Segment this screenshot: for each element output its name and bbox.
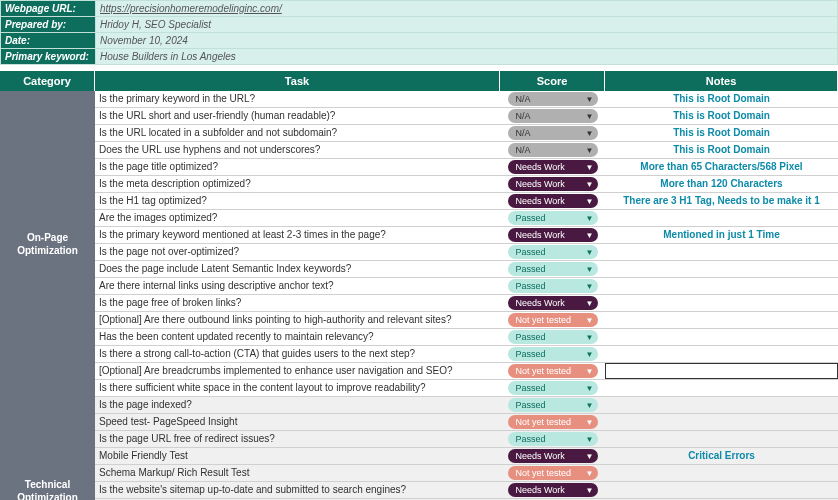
score-cell: Passed▼ — [500, 397, 605, 413]
header-category: Category — [0, 71, 95, 91]
score-label: Passed — [516, 213, 546, 223]
score-dropdown[interactable]: Passed▼ — [508, 347, 598, 361]
meta-table: Webpage URL: https://precisionhomeremode… — [0, 0, 838, 65]
notes-text — [605, 312, 838, 328]
score-cell: Passed▼ — [500, 278, 605, 294]
notes-text — [605, 414, 838, 430]
meta-url-value: https://precisionhomeremodelinginc.com/ — [96, 1, 838, 17]
section: On-PageOptimizationIs the primary keywor… — [0, 91, 838, 397]
table-row: [Optional] Are breadcrumbs implemented t… — [95, 363, 838, 380]
score-dropdown[interactable]: Passed▼ — [508, 398, 598, 412]
table-row: Speed test- PageSpeed InsightNot yet tes… — [95, 414, 838, 431]
score-dropdown[interactable]: Not yet tested▼ — [508, 313, 598, 327]
score-label: Needs Work — [516, 298, 565, 308]
score-dropdown[interactable]: Passed▼ — [508, 381, 598, 395]
chevron-down-icon: ▼ — [586, 180, 594, 189]
score-dropdown[interactable]: N/A▼ — [508, 92, 598, 106]
chevron-down-icon: ▼ — [586, 248, 594, 257]
score-cell: N/A▼ — [500, 142, 605, 158]
table-row: Is the primary keyword in the URL?N/A▼Th… — [95, 91, 838, 108]
score-dropdown[interactable]: Not yet tested▼ — [508, 415, 598, 429]
score-dropdown[interactable]: Needs Work▼ — [508, 194, 598, 208]
task-text: [Optional] Are there outbound links poin… — [95, 312, 500, 328]
chevron-down-icon: ▼ — [586, 333, 594, 342]
chevron-down-icon: ▼ — [586, 435, 594, 444]
chevron-down-icon: ▼ — [586, 112, 594, 121]
meta-kw-value: House Builders in Los Angeles — [96, 49, 838, 65]
header-score: Score — [500, 71, 605, 91]
score-dropdown[interactable]: Passed▼ — [508, 262, 598, 276]
chevron-down-icon: ▼ — [586, 418, 594, 427]
score-cell: Passed▼ — [500, 346, 605, 362]
notes-text — [605, 210, 838, 226]
score-cell: Needs Work▼ — [500, 482, 605, 498]
score-cell: N/A▼ — [500, 125, 605, 141]
category-cell: TechnicalOptimization — [0, 397, 95, 500]
score-label: N/A — [516, 111, 531, 121]
meta-date-label: Date: — [1, 33, 96, 49]
task-text: Is the website's sitemap up-to-date and … — [95, 482, 500, 498]
table-row: Is the H1 tag optimized?Needs Work▼There… — [95, 193, 838, 210]
score-dropdown[interactable]: Needs Work▼ — [508, 449, 598, 463]
meta-kw-label: Primary keyword: — [1, 49, 96, 65]
table-row: Are there internal links using descripti… — [95, 278, 838, 295]
task-text: Does the page include Latent Semantic In… — [95, 261, 500, 277]
score-dropdown[interactable]: Passed▼ — [508, 279, 598, 293]
score-label: Passed — [516, 349, 546, 359]
score-label: Passed — [516, 434, 546, 444]
table-row: Is there a strong call-to-action (CTA) t… — [95, 346, 838, 363]
notes-text — [605, 465, 838, 481]
table-row: Is the URL located in a subfolder and no… — [95, 125, 838, 142]
chevron-down-icon: ▼ — [586, 486, 594, 495]
score-dropdown[interactable]: Needs Work▼ — [508, 177, 598, 191]
task-text: Is the primary keyword mentioned at leas… — [95, 227, 500, 243]
task-text: Speed test- PageSpeed Insight — [95, 414, 500, 430]
score-dropdown[interactable]: Needs Work▼ — [508, 483, 598, 497]
score-dropdown[interactable]: Needs Work▼ — [508, 228, 598, 242]
score-dropdown[interactable]: Not yet tested▼ — [508, 466, 598, 480]
score-dropdown[interactable]: Passed▼ — [508, 432, 598, 446]
score-dropdown[interactable]: N/A▼ — [508, 143, 598, 157]
notes-text: More than 65 Characters/568 Pixel — [605, 159, 838, 175]
score-dropdown[interactable]: N/A▼ — [508, 109, 598, 123]
score-cell: Passed▼ — [500, 210, 605, 226]
chevron-down-icon: ▼ — [586, 469, 594, 478]
meta-date-value: November 10, 2024 — [96, 33, 838, 49]
task-text: Is there a strong call-to-action (CTA) t… — [95, 346, 500, 362]
chevron-down-icon: ▼ — [586, 401, 594, 410]
score-label: Needs Work — [516, 196, 565, 206]
url-link[interactable]: https://precisionhomeremodelinginc.com/ — [100, 3, 282, 14]
score-cell: Needs Work▼ — [500, 448, 605, 464]
score-cell: Not yet tested▼ — [500, 414, 605, 430]
chevron-down-icon: ▼ — [586, 299, 594, 308]
score-cell: Needs Work▼ — [500, 193, 605, 209]
score-dropdown[interactable]: Needs Work▼ — [508, 296, 598, 310]
score-label: Needs Work — [516, 162, 565, 172]
table-row: Is the meta description optimized?Needs … — [95, 176, 838, 193]
section: TechnicalOptimizationIs the page indexed… — [0, 397, 838, 500]
table-row: Is the page not over-optimized?Passed▼ — [95, 244, 838, 261]
score-dropdown[interactable]: Passed▼ — [508, 211, 598, 225]
table-row: Mobile Friendly TestNeeds Work▼Critical … — [95, 448, 838, 465]
chevron-down-icon: ▼ — [586, 452, 594, 461]
task-text: Is the page not over-optimized? — [95, 244, 500, 260]
score-dropdown[interactable]: Needs Work▼ — [508, 160, 598, 174]
score-dropdown[interactable]: Passed▼ — [508, 330, 598, 344]
table-row: Schema Markup/ Rich Result TestNot yet t… — [95, 465, 838, 482]
task-text: Is the page title optimized? — [95, 159, 500, 175]
table-row: Is there sufficient white space in the c… — [95, 380, 838, 397]
score-cell: N/A▼ — [500, 108, 605, 124]
notes-text — [605, 295, 838, 311]
task-text: Is the primary keyword in the URL? — [95, 91, 500, 107]
score-label: Passed — [516, 400, 546, 410]
score-label: Passed — [516, 332, 546, 342]
score-dropdown[interactable]: Not yet tested▼ — [508, 364, 598, 378]
notes-text: This is Root Domain — [605, 125, 838, 141]
notes-text: Critical Errors — [605, 448, 838, 464]
task-text: Schema Markup/ Rich Result Test — [95, 465, 500, 481]
score-label: Not yet tested — [516, 468, 572, 478]
score-dropdown[interactable]: N/A▼ — [508, 126, 598, 140]
score-dropdown[interactable]: Passed▼ — [508, 245, 598, 259]
table-row: Is the page indexed?Passed▼ — [95, 397, 838, 414]
notes-text — [605, 380, 838, 396]
